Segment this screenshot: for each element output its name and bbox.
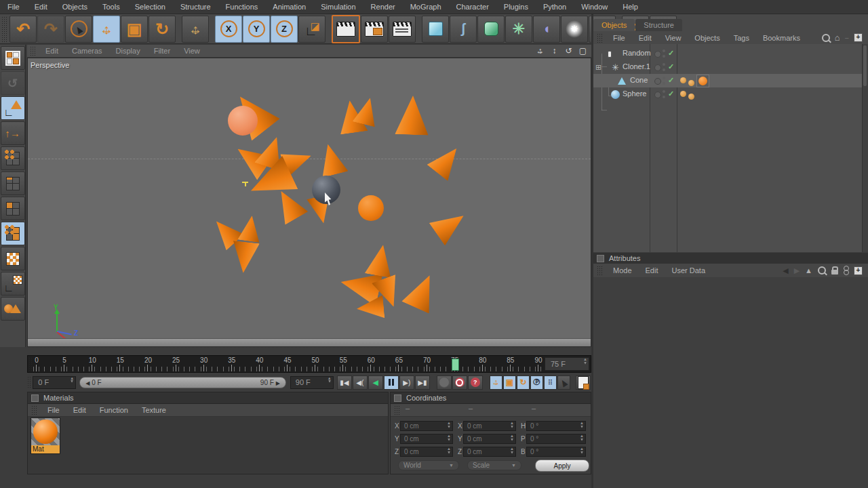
- coordinates-grip[interactable]: [394, 405, 400, 415]
- coordinate-field[interactable]: 0 cm▲▲: [463, 434, 516, 444]
- last-tool-button[interactable]: ↔↕: [182, 16, 209, 43]
- point-mode-button[interactable]: [1, 146, 25, 170]
- tree-row-cone[interactable]: Cone ✓: [593, 74, 863, 87]
- attributes-menu-item[interactable]: User Data: [665, 266, 713, 274]
- menubar-item[interactable]: Tools: [95, 0, 127, 14]
- render-picture-viewer-button[interactable]: [361, 16, 388, 43]
- menubar-item[interactable]: Objects: [55, 0, 95, 14]
- home-icon[interactable]: ⌂: [835, 33, 840, 43]
- key-scale-toggle[interactable]: ▣: [503, 375, 516, 390]
- texture-axis-mode-button[interactable]: ∟: [1, 272, 25, 296]
- enabled-check-icon[interactable]: ✓: [668, 62, 674, 71]
- lock-y-axis-button[interactable]: Y: [243, 16, 270, 43]
- material-tag-icon[interactable]: [696, 75, 709, 87]
- attributes-menu-item[interactable]: Edit: [639, 266, 665, 274]
- selection-pointer-button[interactable]: ▲: [557, 375, 570, 390]
- range-end-field[interactable]: 90 F▲▲: [290, 376, 334, 389]
- link-icon[interactable]: [844, 266, 848, 275]
- key-position-toggle[interactable]: ↔↕: [490, 375, 502, 390]
- panel-icon[interactable]: [394, 394, 401, 402]
- record-key-button[interactable]: [437, 375, 452, 390]
- history-forward-icon[interactable]: ▶: [794, 266, 800, 275]
- goto-end-button[interactable]: ▶▮: [415, 375, 430, 390]
- key-parameter-toggle[interactable]: Ⓟ: [530, 375, 543, 390]
- add-mograph-button[interactable]: ✳: [505, 16, 532, 43]
- previous-key-button[interactable]: ◀(: [353, 375, 368, 390]
- viewport-menu-item[interactable]: Cameras: [65, 47, 109, 55]
- lock-z-axis-button[interactable]: Z: [271, 16, 298, 43]
- coordinate-field[interactable]: 0 °▲▲: [526, 447, 586, 457]
- menubar-item[interactable]: Functions: [218, 0, 266, 14]
- materials-menu-item[interactable]: Function: [93, 406, 135, 414]
- attributes-menu-grip[interactable]: [597, 266, 603, 275]
- menubar-item[interactable]: Python: [536, 0, 574, 14]
- make-editable-button[interactable]: [1, 46, 25, 70]
- render-view-button[interactable]: [332, 15, 360, 43]
- autokey-button[interactable]: [452, 375, 467, 390]
- next-key-button[interactable]: ▶): [399, 375, 414, 390]
- model-mode-button[interactable]: ∟: [1, 96, 25, 120]
- coordinate-space-dropdown[interactable]: World▼: [398, 460, 459, 470]
- phong-tag-icon[interactable]: [680, 91, 686, 97]
- timeline-ruler[interactable]: 051015202530354045505560657075808590 75 …: [27, 355, 591, 373]
- redo-button[interactable]: ↷: [37, 16, 64, 43]
- object-tree[interactable]: Random ✓ ⊞ ✳ Cloner.1 ✓ Cone ✓: [593, 44, 863, 252]
- tab-structure[interactable]: Structure: [635, 19, 682, 31]
- apply-button[interactable]: Apply: [535, 460, 589, 472]
- add-primitive-button[interactable]: [422, 16, 449, 43]
- menubar-item[interactable]: MoGraph: [403, 0, 449, 14]
- phong-tag-icon[interactable]: [688, 94, 694, 100]
- object-label[interactable]: Sphere: [623, 89, 646, 98]
- parent-up-icon[interactable]: ▲: [805, 266, 812, 274]
- render-settings-button[interactable]: [389, 16, 416, 43]
- coordinate-field[interactable]: 0 °▲▲: [526, 421, 586, 431]
- range-start-field[interactable]: 0 F▲▲: [33, 376, 76, 389]
- om-menu-grip[interactable]: [597, 33, 603, 43]
- timeline-grip[interactable]: [28, 357, 33, 371]
- panel-icon[interactable]: [597, 255, 604, 262]
- viewport-menu-item[interactable]: Filter: [147, 47, 177, 55]
- visibility-dot[interactable]: [654, 92, 661, 98]
- materials-menu-item[interactable]: Edit: [66, 406, 93, 414]
- coordinate-field[interactable]: 0 cm▲▲: [400, 447, 453, 457]
- new-panel-icon[interactable]: +: [854, 33, 863, 42]
- viewport-maximize-icon[interactable]: ▢: [577, 46, 589, 56]
- coordinate-field[interactable]: 0 cm▲▲: [400, 421, 453, 431]
- viewport-menu-item[interactable]: View: [177, 47, 207, 55]
- add-generator-button[interactable]: [477, 16, 505, 43]
- menubar-item[interactable]: Edit: [27, 0, 55, 14]
- undo-button[interactable]: ↶: [9, 16, 37, 43]
- om-menu-item[interactable]: Tags: [727, 34, 756, 42]
- visibility-dot[interactable]: [654, 78, 661, 85]
- key-rotation-toggle[interactable]: ↻: [517, 375, 530, 390]
- phong-tag-icon[interactable]: [680, 77, 686, 83]
- selection-filter-button[interactable]: [1, 297, 25, 321]
- coordinate-field[interactable]: 0 cm▲▲: [463, 421, 516, 431]
- menubar-item[interactable]: Selection: [127, 0, 173, 14]
- om-menu-item[interactable]: Objects: [688, 34, 726, 42]
- model-mode-disabled-button[interactable]: ↺: [1, 71, 25, 95]
- menubar-item[interactable]: Animation: [265, 0, 313, 14]
- transport-grip[interactable]: [27, 376, 31, 388]
- menubar-item[interactable]: Character: [449, 0, 496, 14]
- current-frame-marker[interactable]: [452, 359, 459, 371]
- materials-menu-item[interactable]: Texture: [135, 406, 173, 414]
- tree-row-random[interactable]: Random ✓: [593, 47, 863, 60]
- coordinates-titlebar[interactable]: Coordinates: [391, 392, 591, 404]
- om-menu-item[interactable]: File: [606, 34, 632, 42]
- add-spline-button[interactable]: ʃ: [450, 16, 477, 43]
- texture-mode-button[interactable]: [1, 247, 25, 270]
- edge-mode-button[interactable]: [1, 171, 25, 195]
- visibility-dot[interactable]: [654, 51, 661, 58]
- material-thumbnail[interactable]: Mat: [31, 418, 60, 454]
- add-environment-button[interactable]: ✳: [561, 16, 588, 43]
- viewport-zoom-icon[interactable]: ↕: [549, 46, 560, 56]
- viewport-pan-icon[interactable]: ↔↕: [534, 46, 546, 56]
- viewport-menu-item[interactable]: Edit: [39, 47, 65, 55]
- menubar-item[interactable]: Render: [363, 0, 403, 14]
- expander-icon[interactable]: ⊞: [595, 63, 601, 71]
- coordinate-field[interactable]: 0 °▲▲: [526, 434, 586, 444]
- tree-row-cloner[interactable]: ⊞ ✳ Cloner.1 ✓: [593, 60, 863, 74]
- coordinate-system-button[interactable]: ∟◪: [298, 16, 326, 43]
- current-frame-field[interactable]: 75 F ▲▲: [545, 357, 589, 371]
